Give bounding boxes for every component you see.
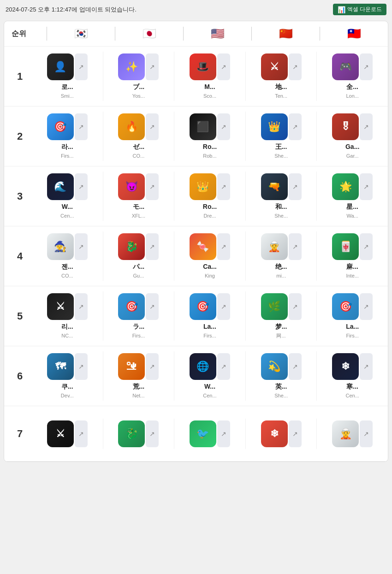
app-cell-4-cn[interactable]: 🧝↗绝...mi... xyxy=(246,231,317,281)
app-cell-2-us[interactable]: ⬛↗Ro...Rob... xyxy=(174,112,246,161)
app-icon: 😈 xyxy=(118,173,145,200)
app-cell-1-cn[interactable]: ⚔↗地...Ten... xyxy=(246,52,317,101)
app-icon-wrapper: 🔫↗ xyxy=(261,173,302,200)
app-icon-wrapper: ⚔↗ xyxy=(261,53,302,80)
app-icon: ⚔ xyxy=(261,53,288,80)
app-cell-2-jp[interactable]: 🔥↗ゼ...CO... xyxy=(103,112,175,161)
app-cell-1-us[interactable]: 🎩↗M...Sco... xyxy=(174,52,246,101)
trend-box: ↗ xyxy=(217,420,230,447)
app-cell-6-cn[interactable]: 💫↗英...She... xyxy=(246,351,317,401)
app-name-main: 全... xyxy=(346,83,358,91)
app-cell-2-kr[interactable]: 🎯↗라...Firs... xyxy=(32,112,103,161)
rank-num-7: 7 xyxy=(4,428,32,440)
app-cell-2-cn[interactable]: 👑↗王...She... xyxy=(246,112,317,161)
app-name-main: 寒... xyxy=(346,383,358,391)
trend-box: ↗ xyxy=(146,353,159,380)
app-name-main: 젠... xyxy=(61,263,73,271)
app-cell-1-tw[interactable]: 🎮↗全...Lon... xyxy=(317,52,388,101)
app-cell-4-jp[interactable]: 🐉↗パ...Gu... xyxy=(103,231,175,281)
app-name-sub: Ten... xyxy=(275,93,287,99)
app-cell-4-tw[interactable]: 🀄↗麻...Inte... xyxy=(317,231,388,281)
app-cell-5-us[interactable]: 🎯↗La...Firs... xyxy=(174,291,246,341)
app-cell-2-tw[interactable]: 🎖↗Ga...Gar... xyxy=(317,112,388,161)
app-cell-6-jp[interactable]: 🏜↗荒...Net... xyxy=(103,351,175,401)
app-icon: ⚔ xyxy=(47,420,74,447)
app-cell-7-tw[interactable]: 🧝↗ xyxy=(317,419,388,449)
app-icon: 🌐 xyxy=(190,353,216,380)
app-cell-4-us[interactable]: 🍬↗Ca...King xyxy=(174,231,246,281)
app-cell-3-kr[interactable]: 🌊↗W...Cen... xyxy=(32,172,103,221)
flag-cn[interactable]: 🇨🇳 xyxy=(259,27,312,40)
trend-icon: ↗ xyxy=(149,63,155,71)
app-name-main: 梦... xyxy=(275,323,287,331)
xlsx-download-button[interactable]: 📊 엑셀 다운로드 xyxy=(333,4,386,15)
trend-box: ↗ xyxy=(217,353,230,380)
app-icon-wrapper: ⬛↗ xyxy=(190,113,230,140)
flag-divider2 xyxy=(183,27,184,41)
flag-jp[interactable]: 🇯🇵 xyxy=(123,27,176,40)
trend-box: ↗ xyxy=(217,293,230,320)
app-cell-3-cn[interactable]: 🔫↗和...She... xyxy=(246,172,317,221)
flag-kr[interactable]: 🇰🇷 xyxy=(54,27,107,40)
top-bar: 2024-07-25 오후 1:12:47에 업데이트 되었습니다. 📊 엑셀 … xyxy=(0,0,392,19)
rows-container: 1👤↗로...Smi...✨↗ブ...Yos...🎩↗M...Sco...⚔↗地… xyxy=(4,47,388,462)
trend-icon: ↗ xyxy=(221,183,226,190)
trend-icon: ↗ xyxy=(149,243,155,250)
app-cell-5-kr[interactable]: ⚔↗리...NC... xyxy=(32,291,103,341)
app-name-main: Ca... xyxy=(203,263,217,271)
app-icon: ❄ xyxy=(332,353,359,380)
app-icon: 🐦 xyxy=(190,420,216,447)
app-name-main: 로... xyxy=(61,83,73,91)
app-name-main: 地... xyxy=(275,83,287,91)
app-name-main: 라... xyxy=(61,143,73,151)
app-name-sub: Yos... xyxy=(132,93,145,99)
app-icon-wrapper: 🎩↗ xyxy=(190,53,230,80)
app-name-sub: XFL... xyxy=(132,213,145,219)
app-cell-1-jp[interactable]: ✨↗ブ...Yos... xyxy=(103,52,175,101)
app-cell-3-tw[interactable]: 🌟↗星...Wa... xyxy=(317,172,388,221)
app-cell-1-kr[interactable]: 👤↗로...Smi... xyxy=(32,52,103,101)
trend-box: ↗ xyxy=(146,53,159,80)
app-icon: ✨ xyxy=(118,53,145,80)
app-icon-wrapper: 🧝↗ xyxy=(332,420,373,447)
app-name-main: 麻... xyxy=(346,263,358,271)
app-cell-6-tw[interactable]: ❄↗寒...Cen... xyxy=(317,351,388,401)
app-cell-7-jp[interactable]: 🐉↗ xyxy=(103,419,175,449)
trend-icon: ↗ xyxy=(221,63,226,71)
app-cell-6-us[interactable]: 🌐↗W...Cen... xyxy=(174,351,246,401)
app-name-main: Ro... xyxy=(203,143,217,151)
app-cell-4-kr[interactable]: 🧙↗젠...CO... xyxy=(32,231,103,281)
app-name-sub: Rob... xyxy=(203,153,216,159)
trend-box: ↗ xyxy=(360,113,373,140)
header-row: 순위 🇰🇷 🇯🇵 🇺🇸 🇨🇳 🇹🇼 xyxy=(4,21,388,47)
app-cell-7-cn[interactable]: ❄↗ xyxy=(246,419,317,449)
app-cell-5-tw[interactable]: 🎯↗La...Firs... xyxy=(317,291,388,341)
app-name-sub: Gar... xyxy=(346,153,359,159)
trend-icon: ↗ xyxy=(149,123,155,130)
app-name-main: 和... xyxy=(275,203,287,211)
trend-box: ↗ xyxy=(75,353,88,380)
app-cell-5-cn[interactable]: 🌿↗梦...网... xyxy=(246,291,317,341)
app-icon-wrapper: ✨↗ xyxy=(118,53,159,80)
app-icon-wrapper: 🔥↗ xyxy=(118,113,159,140)
app-icon: 🎮 xyxy=(332,53,359,80)
trend-icon: ↗ xyxy=(78,63,84,71)
app-cell-7-kr[interactable]: ⚔↗ xyxy=(32,419,103,449)
app-cell-5-jp[interactable]: 🎯↗ラ...Firs... xyxy=(103,291,175,341)
app-icon: 🎯 xyxy=(47,113,74,140)
app-cell-3-us[interactable]: 👑↗Ro...Dre... xyxy=(174,172,246,221)
trend-box: ↗ xyxy=(217,113,230,140)
app-cell-6-kr[interactable]: 🗺↗쿠...Dev... xyxy=(32,351,103,401)
trend-box: ↗ xyxy=(217,173,230,200)
rank-num-5: 5 xyxy=(4,310,32,322)
app-cell-3-jp[interactable]: 😈↗モ...XFL... xyxy=(103,172,175,221)
app-cell-7-us[interactable]: 🐦↗ xyxy=(174,419,246,449)
flag-tw[interactable]: 🇹🇼 xyxy=(327,27,380,40)
app-name-main: 쿠... xyxy=(61,383,73,391)
app-icon-wrapper: 👑↗ xyxy=(261,113,302,140)
flag-us[interactable]: 🇺🇸 xyxy=(191,27,244,40)
app-name-sub: CO... xyxy=(61,273,73,279)
trend-box: ↗ xyxy=(75,173,88,200)
app-icon: 🧙 xyxy=(47,233,74,260)
data-row-7: 7⚔↗🐉↗🐦↗❄↗🧝↗ xyxy=(4,406,388,462)
